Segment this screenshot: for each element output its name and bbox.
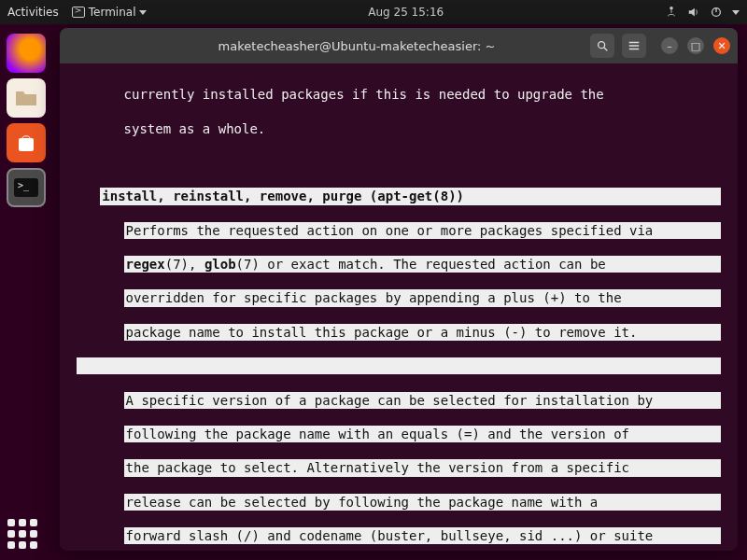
network-icon: [665, 6, 678, 19]
man-text: Performs the requested action on one or …: [124, 222, 721, 239]
hamburger-icon: [627, 39, 641, 52]
terminal-icon: [72, 7, 85, 18]
activities-button[interactable]: Activities: [7, 6, 59, 19]
bag-icon: [16, 133, 36, 153]
chevron-down-icon: [139, 10, 147, 15]
terminal-window: maketecheasher@Ubuntu-maketecheasier: ~ …: [60, 28, 738, 551]
chevron-down-icon: [732, 10, 740, 15]
svg-point-0: [669, 7, 673, 10]
close-button[interactable]: ✕: [713, 37, 730, 54]
dock-firefox[interactable]: [7, 34, 46, 73]
power-icon: [710, 6, 723, 19]
man-text: overridden for specific packages by appe…: [124, 289, 721, 306]
app-menu[interactable]: Terminal: [72, 6, 148, 19]
maximize-button[interactable]: □: [687, 37, 704, 54]
man-text: following the package name with an equal…: [124, 426, 721, 442]
man-section-header: install, reinstall, remove, purge (apt-g…: [100, 188, 721, 204]
man-text: release can be selected by following the…: [124, 494, 721, 511]
window-title: maketecheasher@Ubuntu-maketecheasier: ~: [131, 39, 583, 53]
man-text: currently installed packages if this is …: [124, 86, 721, 103]
svg-point-3: [599, 42, 605, 49]
folder-icon: [15, 89, 37, 107]
terminal-content[interactable]: currently installed packages if this is …: [60, 63, 738, 551]
show-applications-button[interactable]: [7, 519, 41, 553]
man-text: forward slash (/) and codename (buster, …: [124, 527, 721, 544]
dock-ubuntu-software[interactable]: [7, 123, 46, 162]
clock[interactable]: Aug 25 15:16: [147, 6, 665, 19]
minimize-button[interactable]: –: [661, 37, 678, 54]
system-tray[interactable]: [665, 6, 740, 19]
man-text: regex(7), glob(7) or exact match. The re…: [124, 256, 721, 273]
svg-rect-2: [19, 138, 34, 151]
dock-terminal[interactable]: [7, 168, 46, 207]
app-menu-label: Terminal: [89, 6, 136, 19]
man-text: package name to install this package or …: [124, 324, 721, 341]
volume-icon: [687, 6, 700, 19]
man-text: A specific version of a package can be s…: [124, 392, 721, 409]
man-text: system as a whole.: [124, 120, 721, 137]
dock: [4, 28, 49, 207]
terminal-icon: [14, 178, 38, 197]
dock-files[interactable]: [7, 78, 46, 118]
titlebar: maketecheasher@Ubuntu-maketecheasier: ~ …: [60, 28, 738, 63]
hamburger-menu-button[interactable]: [622, 34, 646, 58]
search-icon: [596, 39, 609, 52]
gnome-topbar: Activities Terminal Aug 25 15:16: [0, 0, 747, 24]
man-text: the package to select. Alternatively the…: [124, 459, 721, 476]
search-button[interactable]: [590, 34, 614, 58]
